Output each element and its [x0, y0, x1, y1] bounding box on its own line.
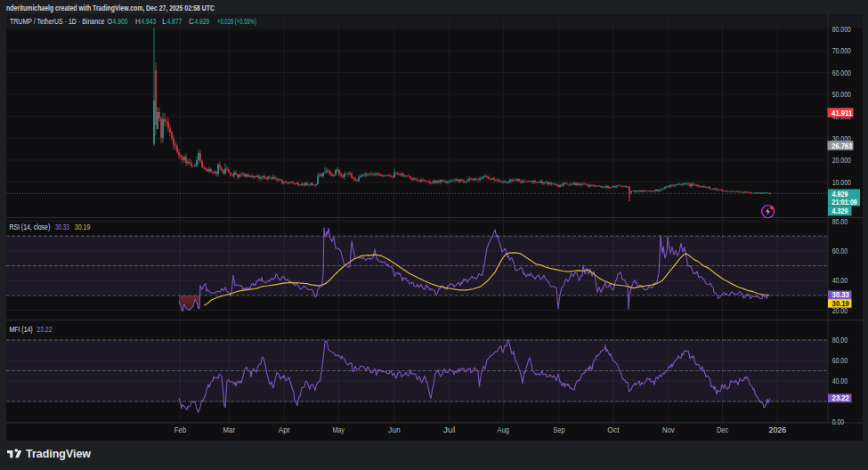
svg-text:40.00: 40.00: [832, 377, 848, 385]
svg-text:RSI (14, close): RSI (14, close): [9, 223, 50, 231]
svg-text:70.000: 70.000: [832, 46, 851, 55]
svg-text:80.00: 80.00: [832, 217, 848, 226]
svg-text:Sep: Sep: [553, 425, 565, 434]
svg-text:41.911: 41.911: [831, 109, 853, 118]
svg-text:50.000: 50.000: [832, 90, 851, 99]
svg-text:60.000: 60.000: [832, 69, 851, 77]
svg-text:60.00: 60.00: [832, 247, 848, 255]
svg-text:30.33: 30.33: [55, 223, 69, 231]
svg-text:Oct: Oct: [607, 425, 620, 434]
svg-text:May: May: [332, 425, 345, 434]
svg-text:4.877: 4.877: [166, 17, 182, 26]
svg-text:Apr: Apr: [278, 425, 290, 434]
svg-text:20.000: 20.000: [832, 156, 851, 165]
svg-text:Nov: Nov: [662, 425, 675, 434]
svg-text:4.943: 4.943: [141, 17, 156, 26]
svg-text:+0.029 (+0.59%): +0.029 (+0.59%): [217, 17, 256, 26]
svg-text:40.00: 40.00: [832, 276, 848, 285]
svg-text:TradingView: TradingView: [26, 447, 91, 460]
svg-text:30.19: 30.19: [75, 223, 91, 231]
svg-text:21:01:09: 21:01:09: [832, 198, 857, 207]
svg-text:Feb: Feb: [174, 425, 187, 434]
svg-text:0.00: 0.00: [832, 417, 845, 426]
svg-text:4.329: 4.329: [832, 207, 848, 215]
svg-text:60.00: 60.00: [832, 356, 848, 365]
svg-text:26.763: 26.763: [831, 142, 853, 150]
svg-text:O: O: [108, 17, 113, 26]
svg-text:MFI (14): MFI (14): [9, 325, 32, 334]
svg-text:4.900: 4.900: [113, 17, 128, 26]
svg-text:30.19: 30.19: [832, 299, 850, 308]
svg-text:2026: 2026: [769, 425, 787, 434]
svg-text:4.929: 4.929: [194, 17, 209, 26]
svg-text:Dec: Dec: [717, 425, 729, 434]
svg-text:23.22: 23.22: [832, 393, 850, 402]
svg-text:Mar: Mar: [223, 425, 236, 434]
svg-text:Jul: Jul: [443, 425, 456, 434]
svg-text:nderitumichaelg created with T: nderitumichaelg created with TradingView…: [6, 4, 215, 12]
svg-text:80.000: 80.000: [832, 25, 851, 34]
svg-text:80.00: 80.00: [832, 336, 848, 344]
svg-text:Jun: Jun: [388, 425, 401, 434]
svg-text:H: H: [135, 17, 141, 26]
svg-text:TRUMP / TetherUS · 1D · Binanc: TRUMP / TetherUS · 1D · Binance: [10, 17, 105, 26]
svg-text:23.22: 23.22: [37, 325, 52, 334]
svg-text:L: L: [162, 17, 166, 26]
svg-text:30.33: 30.33: [832, 290, 850, 299]
svg-text:10.000: 10.000: [832, 178, 851, 187]
svg-text:Aug: Aug: [498, 425, 510, 434]
